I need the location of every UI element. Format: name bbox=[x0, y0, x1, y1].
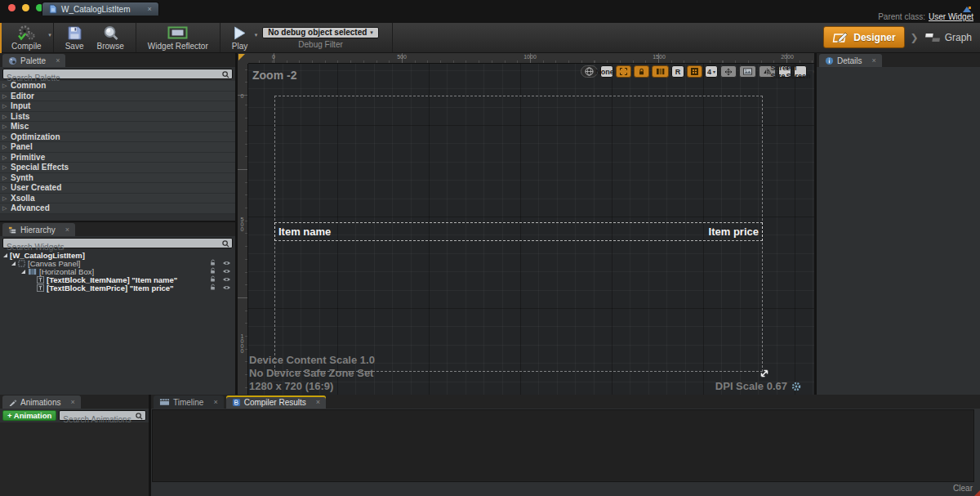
move-arrows-icon bbox=[724, 68, 733, 76]
layout-lock-icon bbox=[656, 68, 665, 75]
palette-category-input[interactable]: ▷Input bbox=[0, 101, 235, 112]
expander-icon[interactable]: ▷ bbox=[2, 132, 7, 142]
palette-category-primitive[interactable]: ▷Primitive bbox=[0, 153, 235, 163]
lock-icon[interactable] bbox=[209, 284, 216, 293]
expander-icon[interactable]: ▷ bbox=[2, 142, 7, 152]
palette-category-misc[interactable]: ▷Misc bbox=[0, 122, 235, 132]
grid-snap-size-dropdown[interactable]: 4▾ bbox=[705, 65, 718, 78]
expander-icon[interactable]: ▷ bbox=[2, 101, 7, 111]
browse-button[interactable]: Browse bbox=[90, 23, 130, 52]
palette-category-synth[interactable]: ▷Synth bbox=[0, 173, 235, 184]
animations-icon bbox=[8, 398, 17, 407]
expander-icon[interactable]: ▷ bbox=[2, 92, 7, 101]
expander-icon[interactable]: ▷ bbox=[2, 122, 7, 132]
item-price-text[interactable]: Item price bbox=[709, 226, 759, 238]
compiler-results-icon bbox=[232, 398, 241, 407]
details-tab-close-icon[interactable]: × bbox=[872, 56, 876, 65]
clear-button[interactable]: Clear bbox=[953, 484, 973, 493]
item-name-text[interactable]: Item name bbox=[278, 226, 331, 238]
minimize-window-button[interactable] bbox=[22, 4, 29, 11]
expander-open-icon[interactable] bbox=[3, 253, 7, 257]
animations-tab-close-icon[interactable]: × bbox=[70, 398, 74, 406]
expander-icon[interactable]: ▷ bbox=[2, 203, 7, 213]
palette-category-editor[interactable]: ▷Editor bbox=[0, 92, 235, 102]
compiler-results-tab-close-icon[interactable]: × bbox=[316, 398, 320, 406]
tree-row-root[interactable]: [W_CatalogListItem] bbox=[0, 251, 235, 259]
graph-mode-button[interactable]: Graph bbox=[924, 32, 972, 43]
compile-button[interactable]: Compile ▾ bbox=[5, 23, 48, 52]
designer-viewport[interactable]: Item name Item price Device Content Scal… bbox=[238, 53, 814, 395]
expander-icon[interactable]: ▷ bbox=[2, 112, 7, 122]
horizontal-box-widget[interactable]: Item name Item price bbox=[274, 222, 763, 241]
toggle-outlines-button[interactable] bbox=[616, 65, 631, 78]
tab-details[interactable]: Details × bbox=[819, 54, 882, 67]
window-resize-grip[interactable] bbox=[974, 490, 980, 496]
tab-compiler-results[interactable]: Compiler Results × bbox=[226, 395, 326, 409]
parent-class-info: Parent class:User Widget bbox=[878, 12, 973, 21]
lock-widgets-button[interactable] bbox=[634, 65, 649, 78]
animations-tabbar: Animations × bbox=[0, 395, 149, 409]
expander-icon[interactable]: ▷ bbox=[2, 183, 7, 193]
hierarchy-tab-close-icon[interactable]: × bbox=[65, 226, 69, 234]
parent-class-link[interactable]: User Widget bbox=[929, 12, 973, 21]
tab-timeline[interactable]: Timeline × bbox=[154, 395, 224, 409]
palette-category-advanced[interactable]: ▷Advanced bbox=[0, 203, 235, 214]
expander-icon[interactable]: ▷ bbox=[2, 163, 7, 172]
animations-list-empty[interactable] bbox=[0, 422, 149, 485]
fill-screen-dropdown[interactable]: Fill Screen▾ bbox=[794, 65, 807, 78]
grid-icon bbox=[691, 68, 698, 75]
hierarchy-tabbar: Hierarchy × bbox=[0, 222, 235, 236]
tab-animations[interactable]: Animations × bbox=[2, 395, 81, 409]
close-window-button[interactable] bbox=[8, 4, 16, 11]
save-button[interactable]: Save bbox=[59, 23, 91, 52]
animations-search-input[interactable] bbox=[60, 415, 145, 424]
tab-hierarchy[interactable]: Hierarchy × bbox=[2, 223, 75, 236]
raw-edit-toggle-button[interactable]: R bbox=[671, 65, 684, 78]
compile-options-caret-icon[interactable]: ▾ bbox=[48, 32, 51, 38]
asset-tab[interactable]: W_CatalogListItem × bbox=[42, 2, 159, 16]
palette-category-special-effects[interactable]: ▷Special Effects bbox=[0, 163, 235, 173]
palette-tab-close-icon[interactable]: × bbox=[56, 56, 60, 65]
palette-category-lists[interactable]: ▷Lists bbox=[0, 112, 235, 123]
grid-snap-toggle-button[interactable] bbox=[687, 65, 702, 78]
asset-tab-close-icon[interactable]: × bbox=[147, 5, 151, 13]
play-options-caret-icon[interactable]: ▾ bbox=[255, 32, 258, 38]
respect-locks-button[interactable] bbox=[652, 65, 669, 78]
tab-palette[interactable]: Palette × bbox=[2, 54, 65, 67]
tree-row-textblock-itemprice[interactable]: [TextBlock_ItemPrice] "Item price" bbox=[0, 284, 235, 292]
toolbar-accent-stripe bbox=[0, 23, 2, 53]
expander-icon[interactable]: ▷ bbox=[2, 173, 7, 183]
expander-open-icon[interactable] bbox=[11, 261, 16, 266]
play-group: Play ▾ No debug object selected ▾ Debug … bbox=[220, 23, 393, 52]
preview-background-button[interactable] bbox=[739, 65, 756, 78]
expander-icon[interactable]: ▷ bbox=[2, 194, 7, 203]
palette-category-user-created[interactable]: ▷User Created bbox=[0, 183, 235, 194]
widget-reflector-button[interactable]: Widget Reflector bbox=[141, 23, 215, 52]
compile-gears-icon bbox=[16, 25, 36, 41]
palette-searchbox bbox=[2, 69, 233, 79]
expander-icon[interactable]: ▷ bbox=[2, 153, 7, 163]
palette-category-optimization[interactable]: ▷Optimization bbox=[0, 132, 235, 143]
transform-mode-button[interactable] bbox=[720, 65, 737, 78]
save-icon bbox=[67, 25, 82, 41]
resize-handle-icon[interactable] bbox=[759, 368, 770, 382]
compiler-results-output[interactable] bbox=[152, 409, 974, 482]
ruler-corner bbox=[238, 53, 248, 64]
dpi-settings-gear-icon[interactable] bbox=[791, 382, 801, 391]
tree-row-canvas-panel[interactable]: [Canvas Panel] bbox=[0, 259, 235, 267]
timeline-tab-close-icon[interactable]: × bbox=[213, 398, 217, 406]
add-animation-button[interactable]: + Animation bbox=[2, 410, 56, 421]
browse-icon bbox=[103, 25, 118, 41]
palette-category-panel[interactable]: ▷Panel bbox=[0, 142, 235, 153]
expander-open-icon[interactable] bbox=[21, 270, 25, 274]
debug-object-dropdown[interactable]: No debug object selected ▾ bbox=[262, 27, 379, 38]
visibility-eye-icon[interactable] bbox=[222, 284, 231, 293]
palette-category-common[interactable]: ▷Common bbox=[0, 81, 235, 92]
expander-icon[interactable]: ▷ bbox=[2, 81, 7, 91]
play-button[interactable]: Play ▾ bbox=[225, 23, 254, 52]
tree-row-textblock-itemname[interactable]: [TextBlock_ItemName] "Item name" bbox=[0, 275, 235, 284]
palette-category-xsolla[interactable]: ▷Xsolla bbox=[0, 194, 235, 204]
designer-mode-button[interactable]: Designer bbox=[823, 26, 904, 48]
tree-row-horizontal-box[interactable]: [Horizontal Box] bbox=[0, 267, 235, 275]
flow-direction-dropdown[interactable]: None▾ bbox=[600, 65, 613, 78]
